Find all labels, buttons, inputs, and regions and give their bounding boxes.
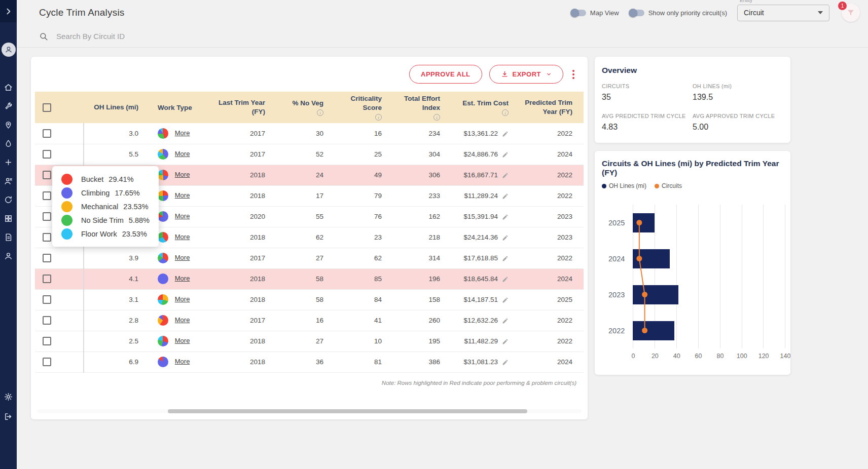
search-input[interactable] <box>56 32 360 41</box>
worktype-pie-icon[interactable] <box>158 128 168 139</box>
circuit-id-cell <box>58 268 84 289</box>
circuit-id-cell <box>58 123 84 144</box>
worktype-pie-icon[interactable] <box>158 336 168 346</box>
settings-gear-icon[interactable] <box>4 393 13 401</box>
users-icon[interactable] <box>4 252 13 260</box>
row-checkbox[interactable] <box>43 275 51 283</box>
worktype-pie-icon[interactable] <box>158 149 168 160</box>
map-view-toggle[interactable] <box>571 10 586 16</box>
row-checkbox[interactable] <box>43 233 51 242</box>
user-remove-icon[interactable] <box>4 177 13 185</box>
work-type-header: Work Type <box>150 92 208 123</box>
scrollbar-thumb[interactable] <box>168 409 527 413</box>
worktype-pie-icon[interactable] <box>158 315 168 326</box>
info-icon[interactable]: i <box>433 114 440 121</box>
table-row[interactable]: 2.5 More 2018 27 10 195 $11,482.29 2022 <box>35 331 584 351</box>
worktype-pie-icon[interactable] <box>158 190 168 201</box>
more-link[interactable]: More <box>175 254 190 261</box>
table-note: Note: Rows highlighted in Red indicate p… <box>35 373 584 386</box>
more-link[interactable]: More <box>175 150 190 158</box>
no-veg-cell: 58 <box>276 289 335 310</box>
sidebar-profile-avatar[interactable] <box>2 43 16 57</box>
approve-all-button[interactable]: APPROVE ALL <box>409 65 482 84</box>
edit-pencil-icon[interactable] <box>502 214 509 220</box>
edit-pencil-icon[interactable] <box>502 255 509 262</box>
edit-pencil-icon[interactable] <box>502 338 509 345</box>
worktype-pie-icon[interactable] <box>158 232 168 243</box>
plus-icon[interactable] <box>4 158 13 167</box>
worktype-pie-icon[interactable] <box>158 357 168 367</box>
filter-funnel-icon <box>846 8 855 17</box>
apps-grid-icon[interactable] <box>4 214 13 223</box>
table-row[interactable]: 2.8 More 2017 16 41 260 $12,632.26 2022 <box>35 310 584 331</box>
edit-pencil-icon[interactable] <box>502 172 509 179</box>
worktype-pie-icon[interactable] <box>158 211 168 222</box>
row-checkbox[interactable] <box>43 358 51 366</box>
edit-pencil-icon[interactable] <box>502 297 509 303</box>
worktype-pie-icon[interactable] <box>158 294 168 305</box>
more-link[interactable]: More <box>175 233 190 241</box>
table-row[interactable]: 3.0 More 2017 30 16 234 $13,361.22 2022 <box>35 123 584 144</box>
more-link[interactable]: More <box>175 316 190 324</box>
edit-pencil-icon[interactable] <box>502 276 509 283</box>
row-checkbox[interactable] <box>43 191 51 200</box>
droplet-icon[interactable] <box>4 139 13 148</box>
overview-stats: CIRCUITS35OH LINES (mi)139.5AVG PREDICTE… <box>602 83 783 132</box>
row-checkbox[interactable] <box>43 295 51 304</box>
map-pin-icon[interactable] <box>4 121 13 129</box>
notification-badge[interactable]: 1 <box>838 2 847 10</box>
select-all-checkbox[interactable] <box>43 103 51 112</box>
info-icon[interactable]: i <box>502 109 509 116</box>
sync-icon[interactable] <box>4 196 13 204</box>
edit-pencil-icon[interactable] <box>502 131 509 137</box>
more-link[interactable]: More <box>175 358 190 365</box>
more-options-kebab[interactable] <box>570 68 576 81</box>
worktype-pie-icon[interactable] <box>158 253 168 263</box>
predicted-trim-year-cell: 2022 <box>520 185 584 206</box>
export-button[interactable]: EXPORT <box>489 65 563 84</box>
more-link[interactable]: More <box>175 171 190 178</box>
edit-pencil-icon[interactable] <box>502 318 509 324</box>
trim-cost-cell: $24,214.36 <box>451 227 520 248</box>
more-link[interactable]: More <box>175 212 190 220</box>
worktype-pie-icon[interactable] <box>158 170 168 180</box>
more-link[interactable]: More <box>175 129 190 137</box>
row-checkbox[interactable] <box>43 129 51 138</box>
edit-pencil-icon[interactable] <box>502 359 509 366</box>
info-icon[interactable]: i <box>375 114 382 121</box>
tooltip-item: Bucket29.41% <box>61 172 150 186</box>
stat-label: AVG PREDICTED TRIM CYCLE <box>602 113 693 119</box>
row-checkbox[interactable] <box>43 337 51 345</box>
circuit-id-cell <box>58 310 84 331</box>
table-row[interactable]: 4.1 More 2018 58 85 196 $18,645.84 2024 <box>35 268 584 289</box>
last-trim-year-cell: 2020 <box>208 206 276 227</box>
row-checkbox[interactable] <box>43 316 51 325</box>
more-link[interactable]: More <box>175 191 190 199</box>
home-icon[interactable] <box>4 83 13 92</box>
row-checkbox[interactable] <box>43 254 51 262</box>
report-icon[interactable] <box>4 233 13 242</box>
row-checkbox[interactable] <box>43 212 51 221</box>
table-row[interactable]: 3.1 More 2018 58 84 158 $14,187.51 2025 <box>35 289 584 310</box>
sidebar-expand-button[interactable] <box>0 0 17 22</box>
table-row[interactable]: 6.9 More 2018 36 81 386 $31,081.23 2024 <box>35 351 584 372</box>
entity-select[interactable]: Entity Circuit <box>737 5 829 21</box>
no-veg-cell: 16 <box>276 310 335 331</box>
logout-icon[interactable] <box>4 412 13 421</box>
table-row[interactable]: 5.5 More 2017 52 25 304 $24,886.76 2024 <box>35 144 584 165</box>
edit-pencil-icon[interactable] <box>502 235 509 241</box>
edit-pencil-icon[interactable] <box>502 193 509 200</box>
oh-lines-cell: 3.0 <box>84 123 150 144</box>
row-checkbox[interactable] <box>43 171 51 179</box>
more-link[interactable]: More <box>175 275 190 282</box>
more-link[interactable]: More <box>175 337 190 344</box>
table-row[interactable]: 3.9 More 2017 27 62 314 $17,618.85 2022 <box>35 248 584 268</box>
priority-circuits-toggle[interactable] <box>629 10 644 16</box>
worktype-pie-icon[interactable] <box>158 273 168 284</box>
info-icon[interactable]: i <box>317 109 323 116</box>
more-link[interactable]: More <box>175 295 190 303</box>
edit-pencil-icon[interactable] <box>502 151 509 158</box>
row-checkbox[interactable] <box>43 150 51 159</box>
tools-icon[interactable] <box>4 102 13 110</box>
trim-cost-cell: $24,886.76 <box>451 144 520 165</box>
